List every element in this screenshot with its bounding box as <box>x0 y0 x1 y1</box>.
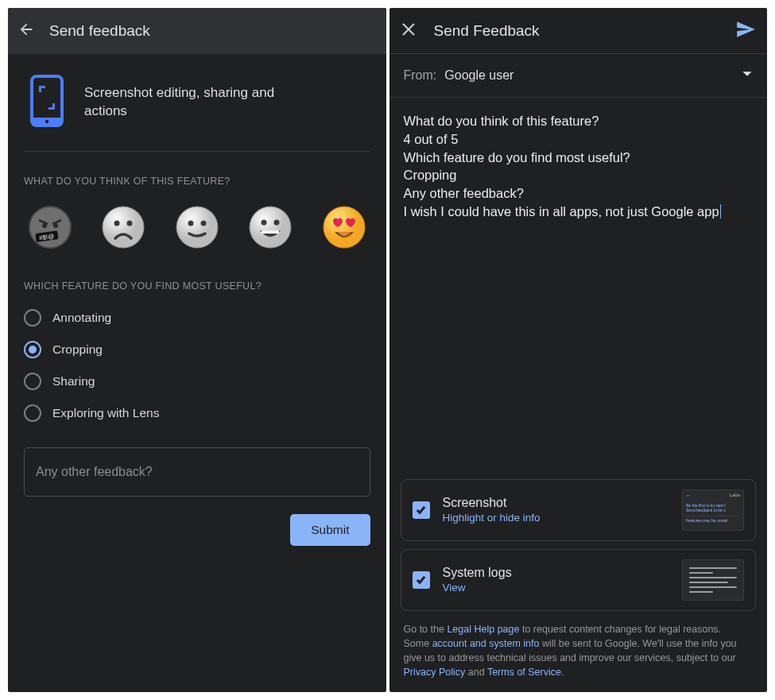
radio-sharing[interactable]: Sharing <box>24 371 370 392</box>
other-feedback-input[interactable] <box>36 465 358 479</box>
right-header: Send Feedback <box>389 8 768 54</box>
svg-point-2 <box>45 120 48 123</box>
checkbox-systemlogs[interactable] <box>413 571 430 589</box>
feedback-message-text: What do you think of this feature? 4 out… <box>404 114 719 219</box>
svg-point-15 <box>250 207 291 248</box>
other-feedback-field[interactable] <box>24 447 370 497</box>
send-icon[interactable] <box>735 19 756 43</box>
rating-1-angry[interactable]: #$!@ <box>27 204 73 250</box>
svg-point-6 <box>53 223 58 228</box>
svg-point-14 <box>200 221 206 226</box>
rating-5-love[interactable] <box>321 204 367 250</box>
question-2-label: WHICH FEATURE DO YOU FIND MOST USEFUL? <box>24 280 370 292</box>
question-1-label: WHAT DO YOU THINK OF THIS FEATURE? <box>24 176 370 187</box>
from-row[interactable]: From: Google user <box>389 54 768 98</box>
radio-cropping[interactable]: Cropping <box>24 339 370 360</box>
feedback-message[interactable]: What do you think of this feature? 4 out… <box>389 98 768 479</box>
screenshot-subtitle: Highlight or hide info <box>443 512 670 524</box>
attachment-screenshot[interactable]: Screenshot Highlight or hide info ←Labs … <box>401 479 757 541</box>
rating-2-sad[interactable] <box>100 204 146 250</box>
from-value: Google user <box>444 68 742 83</box>
back-icon[interactable] <box>17 21 35 41</box>
left-screen: Send feedback Screenshot editing, sharin… <box>8 8 386 692</box>
svg-point-5 <box>42 223 47 228</box>
screenshot-title: Screenshot <box>443 496 670 510</box>
svg-rect-18 <box>262 230 279 234</box>
privacy-policy-link[interactable]: Privacy Policy <box>404 667 466 678</box>
radio-annotating[interactable]: Annotating <box>24 307 370 328</box>
legal-text: Go to the Legal Help page to request con… <box>389 611 768 693</box>
close-icon[interactable] <box>401 21 417 41</box>
left-header: Send feedback <box>8 8 386 54</box>
screenshot-editing-icon <box>27 75 67 130</box>
attachment-systemlogs[interactable]: System logs View <box>401 549 757 611</box>
svg-point-9 <box>103 207 144 248</box>
left-header-title: Send feedback <box>49 22 150 40</box>
legal-help-link[interactable]: Legal Help page <box>447 624 519 635</box>
account-system-info-link[interactable]: account and system info <box>432 638 540 649</box>
rating-4-happy[interactable] <box>247 204 293 250</box>
rating-3-neutral[interactable] <box>174 204 220 250</box>
radio-exploring-lens[interactable]: Exploring with Lens <box>24 403 370 423</box>
svg-point-12 <box>176 207 218 248</box>
right-screen: Send Feedback From: Google user What do … <box>389 8 768 692</box>
submit-button[interactable]: Submit <box>290 514 370 546</box>
screenshot-thumbnail: ←Labs Be the first to try new f Send fee… <box>682 489 744 531</box>
chevron-down-icon <box>742 68 753 83</box>
terms-of-service-link[interactable]: Terms of Service <box>487 667 561 678</box>
hero-row: Screenshot editing, sharing and actions <box>24 68 370 152</box>
feature-radio-group: Annotating Cropping Sharing Exploring wi… <box>24 307 370 423</box>
systemlogs-subtitle: View <box>443 582 670 594</box>
systemlogs-thumbnail <box>682 559 744 601</box>
systemlogs-title: System logs <box>443 566 670 580</box>
svg-point-16 <box>262 220 267 226</box>
svg-point-11 <box>127 221 133 226</box>
svg-point-19 <box>324 207 365 248</box>
svg-point-10 <box>114 221 120 226</box>
checkbox-screenshot[interactable] <box>413 501 430 519</box>
from-label: From: <box>404 68 437 83</box>
rating-row: #$!@ <box>24 204 370 250</box>
svg-point-13 <box>188 221 193 226</box>
right-header-title: Send Feedback <box>434 22 719 40</box>
svg-point-17 <box>274 220 280 226</box>
hero-text: Screenshot editing, sharing and actions <box>84 84 291 121</box>
text-cursor <box>720 204 721 219</box>
